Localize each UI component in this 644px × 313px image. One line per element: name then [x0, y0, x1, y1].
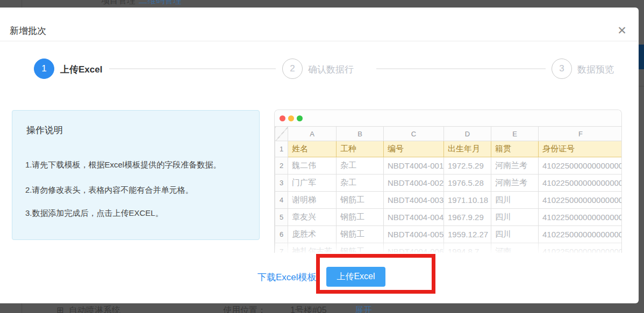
instruction-item: 2.请勿修改表头，表格内容不能有合并单元格。	[25, 185, 194, 195]
excel-column-letter: D	[444, 127, 491, 141]
step-3-label: 数据预览	[577, 63, 614, 76]
excel-data-row: 4谢明梯钢筋工NBDT4004-0031971.10.18四川410225000…	[275, 192, 622, 209]
excel-data-cell: NBDT4004-004	[384, 209, 444, 226]
excel-row-number: 3	[275, 174, 288, 192]
background-tab-qrcode: 二维码管理	[139, 0, 182, 6]
excel-data-cell: 四川	[491, 226, 539, 243]
excel-header-cell: 编号	[384, 141, 444, 157]
background-divider	[22, 0, 22, 8]
add-batch-modal: 新增批次 ✕ 1 上传Excel 2 确认数据行 3 数据预览 操作说明 1.请…	[0, 8, 639, 303]
excel-table: ABCDEF 1 姓名工种编号出生年月籍贯身份证号 2魏二伟杂工NBDT4004…	[275, 126, 622, 253]
instruction-item: 1.请先下载模板，根据Excel模板提供的字段准备数据。	[25, 160, 221, 170]
excel-data-cell: 410225000000000000	[539, 226, 622, 243]
excel-column-letter: A	[288, 127, 337, 141]
excel-data-cell: 1976.5.28	[444, 174, 491, 192]
excel-data-cell: 钢筋工	[337, 192, 384, 209]
excel-data-cell: 河南兰考	[491, 174, 539, 192]
background-location-label: 使用位置：	[223, 305, 266, 313]
excel-data-cell: NBDT4004-005	[384, 226, 444, 243]
excel-data-cell: 门广军	[288, 174, 337, 192]
excel-table-body: ABCDEF 1 姓名工种编号出生年月籍贯身份证号 2魏二伟杂工NBDT4004…	[275, 127, 622, 253]
excel-data-cell: 1967.9.29	[444, 209, 491, 226]
excel-data-row: 6庞胜术钢筋工NBDT4004-0051959.12.27四川410225000…	[275, 226, 622, 243]
excel-titlebar	[275, 110, 621, 126]
excel-data-cell: NBDT4004-001	[384, 157, 444, 174]
excel-data-cell: 杂工	[337, 174, 384, 192]
excel-data-cell: 钢筋工	[337, 209, 384, 226]
excel-data-cell: 1971.10.18	[444, 192, 491, 209]
upload-excel-button[interactable]: 上传Excel	[326, 267, 385, 287]
background-location-value: 1号楼#05	[290, 305, 327, 313]
step-3-circle: 3	[552, 59, 572, 79]
excel-data-cell: 1972.5.29	[444, 157, 491, 174]
excel-data-cell: NBDT4004-002	[384, 174, 444, 192]
excel-header-cell: 籍贯	[491, 141, 539, 157]
excel-column-letter: B	[337, 127, 384, 141]
excel-header-cell: 身份证号	[539, 141, 622, 157]
excel-header-cell: 工种	[337, 141, 384, 157]
excel-column-letter: F	[539, 127, 622, 141]
excel-data-cell: 410225000000000000	[539, 174, 622, 192]
step-2-circle: 2	[282, 59, 303, 79]
excel-data-cell: 谢明梯	[288, 192, 337, 209]
excel-data-cell: 四川	[491, 192, 539, 209]
excel-column-letter: C	[384, 127, 444, 141]
background-navy-header-band	[639, 45, 644, 69]
excel-data-cell: 1959.12.27	[444, 226, 491, 243]
background-tab-project: 项目管理	[101, 0, 135, 6]
excel-data-cell: 钢筋工	[337, 243, 384, 253]
instruction-item: 3.数据添加完成后，点击上传EXCEL。	[25, 208, 163, 219]
step-connector	[109, 68, 276, 69]
excel-row-number: 7	[275, 243, 288, 253]
instructions-title: 操作说明	[26, 124, 63, 136]
background-top-strip: 项目管理 二维码管理	[0, 0, 644, 8]
step-1-label: 上传Excel	[60, 63, 102, 76]
excel-row-number: 4	[275, 192, 288, 209]
mac-minimize-icon	[288, 115, 294, 121]
excel-data-cell: 杂工	[337, 157, 384, 174]
excel-data-cell: 410225000000000000	[539, 209, 622, 226]
background-bottom-strip: ⊞ 自动喷淋系统 使用位置： 1号楼#05 展开	[0, 303, 644, 313]
excel-data-cell: 410225000000000000	[539, 157, 622, 174]
excel-data-cell: 河南兰考	[491, 157, 539, 174]
excel-data-cell: 魏二伟	[288, 157, 337, 174]
excel-data-row: 3门广军杂工NBDT4004-0021976.5.28河南兰考410225000…	[275, 174, 622, 192]
background-right-divider	[639, 86, 644, 86]
step-2-label: 确认数据行	[308, 63, 354, 76]
expand-tree-icon: ⊞	[56, 305, 63, 313]
excel-data-row: 2魏二伟杂工NBDT4004-0011972.5.29河南兰考410225000…	[275, 157, 622, 174]
mac-zoom-icon	[297, 115, 303, 121]
modal-title: 新增批次	[10, 25, 46, 37]
excel-row-number: 6	[275, 226, 288, 243]
excel-header-cell: 姓名	[288, 141, 337, 157]
step-1-circle: 1	[34, 59, 54, 79]
excel-data-cell: 神扎尔古若	[288, 243, 337, 253]
excel-header-row: 1 姓名工种编号出生年月籍贯身份证号	[275, 141, 622, 157]
excel-row-number: 5	[275, 209, 288, 226]
excel-data-cell: 四川	[491, 209, 539, 226]
step-connector	[376, 68, 546, 69]
excel-letter-row: ABCDEF	[275, 127, 622, 141]
header-divider	[0, 41, 639, 41]
excel-data-cell: NBDT4004-003	[384, 192, 444, 209]
mac-close-icon	[280, 115, 285, 121]
excel-data-cell: 1994.8.7	[444, 243, 491, 253]
excel-data-cell: 庞胜术	[288, 226, 337, 243]
excel-data-cell: 河南	[491, 243, 539, 253]
excel-header-cell: 出生年月	[444, 141, 491, 157]
excel-preview-panel: ABCDEF 1 姓名工种编号出生年月籍贯身份证号 2魏二伟杂工NBDT4004…	[274, 110, 622, 253]
background-expand-link[interactable]: 展开	[355, 305, 372, 313]
excel-corner-cell	[275, 127, 288, 141]
excel-row-number: 2	[275, 157, 288, 174]
excel-data-cell: 章友兴	[288, 209, 337, 226]
excel-data-cell: NBDT4004-006	[384, 243, 444, 253]
instructions-panel: 操作说明 1.请先下载模板，根据Excel模板提供的字段准备数据。 2.请勿修改…	[12, 110, 260, 240]
excel-data-row: 5章友兴钢筋工NBDT4004-0041967.9.29四川4102250000…	[275, 209, 622, 226]
excel-column-letter: E	[491, 127, 539, 141]
close-icon[interactable]: ✕	[614, 23, 630, 39]
background-system-label: 自动喷淋系统	[69, 305, 120, 313]
download-excel-template-link[interactable]: 下载Excel模板	[257, 271, 317, 283]
excel-data-row: 7神扎尔古若钢筋工NBDT4004-0061994.8.7河南410225000…	[275, 243, 622, 253]
excel-row-number: 1	[275, 141, 288, 157]
excel-data-cell: 410225000000000000	[539, 192, 622, 209]
